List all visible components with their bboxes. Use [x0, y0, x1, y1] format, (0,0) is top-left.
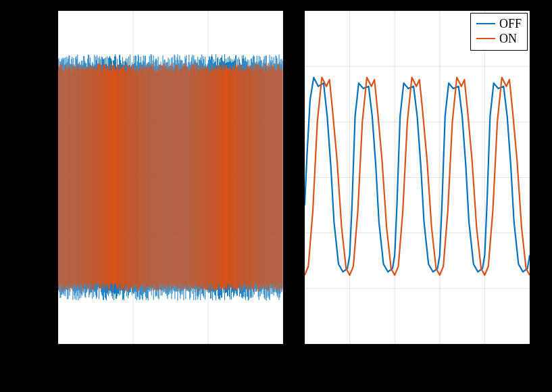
figure: Position [mm] index index 150 100 50 0 -… [0, 0, 552, 392]
legend-item-on: ON [476, 31, 522, 46]
xtick-label: 5 [528, 348, 534, 362]
legend-label: OFF [499, 17, 522, 31]
legend-swatch-off [476, 23, 495, 24]
xtick-label: 0 [54, 348, 60, 362]
ytick-label: 0 [47, 171, 53, 185]
ytick-label: 150 [35, 4, 53, 18]
xtick-label: 3 [437, 348, 443, 362]
y-axis-label: Position [mm] [4, 90, 20, 168]
xtick-label: 2 [392, 348, 398, 362]
legend-label: ON [499, 32, 517, 46]
xtick-label: 1 [347, 348, 353, 362]
xtick-label: 1500 [270, 348, 295, 362]
x-axis-label-left: index [157, 366, 186, 382]
xtick-label: 0 [301, 348, 307, 362]
x-axis-label-right: index [403, 366, 433, 382]
right-chart [304, 10, 530, 345]
ytick-label: 50 [41, 116, 53, 130]
legend: OFF ON [470, 13, 528, 51]
ytick-label: 100 [35, 59, 53, 74]
ytick-label: -150 [31, 338, 53, 352]
right-plot-area [305, 11, 530, 344]
ytick-label: -100 [31, 283, 53, 297]
ytick-label: -50 [37, 227, 53, 241]
legend-item-off: OFF [476, 16, 522, 31]
xtick-label: 4 [482, 348, 488, 362]
xtick-label: 500 [122, 348, 140, 362]
legend-swatch-on [476, 38, 495, 39]
left-plot-area [58, 11, 283, 344]
left-chart [57, 10, 284, 345]
xtick-label: 1000 [195, 348, 220, 362]
